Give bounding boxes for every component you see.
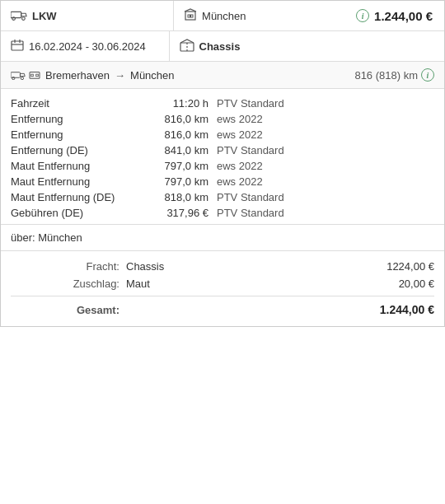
data-label-2: Entfernung: [11, 128, 143, 141]
truck-icon: [11, 9, 27, 23]
data-label-0: Fahrzeit: [11, 97, 143, 110]
route-row: Bremerhaven → München 816 (818) km i: [1, 62, 444, 89]
data-source-0: PTV Standard: [217, 97, 284, 110]
data-value-6: 818,0 km: [143, 191, 217, 203]
data-row-6: Maut Entfernung (DE) 818,0 km PTV Standa…: [11, 189, 434, 205]
data-value-2: 816,0 km: [143, 128, 217, 141]
route-right: 816 (818) km i: [354, 68, 434, 82]
vehicle-cell: LKW: [1, 2, 173, 30]
zuschlag-row: Zuschlag: Maut 20,00 €: [11, 275, 434, 292]
data-row-0: Fahrzeit 11:20 h PTV Standard: [11, 96, 434, 111]
data-label-3: Entfernung (DE): [11, 144, 143, 156]
svg-point-2: [12, 16, 16, 20]
gesamt-label: Gesamt:: [11, 304, 126, 316]
data-source-6: PTV Standard: [217, 191, 284, 203]
location-label: München: [202, 10, 246, 22]
header-row-2: 16.02.2024 - 30.06.2024 Chassis: [1, 31, 444, 62]
vehicle-type-label: LKW: [32, 10, 57, 22]
header-spacer: [337, 40, 444, 53]
svg-rect-13: [11, 72, 20, 78]
data-value-5: 797,0 km: [143, 175, 217, 188]
zuschlag-label: Zuschlag:: [11, 278, 126, 290]
data-source-4: ews 2022: [217, 160, 263, 172]
data-label-1: Entfernung: [11, 113, 143, 125]
price-info-icon[interactable]: i: [356, 9, 369, 22]
data-label-5: Maut Entfernung: [11, 175, 143, 188]
date-cell: 16.02.2024 - 30.06.2024: [1, 32, 169, 61]
price-value: 1.244,00 €: [374, 9, 433, 23]
calendar-icon: [11, 39, 24, 54]
svg-rect-5: [188, 15, 190, 17]
data-source-1: ews 2022: [217, 113, 263, 125]
totals-section: Fracht: Chassis 1224,00 € Zuschlag: Maut…: [1, 251, 444, 326]
data-label-6: Maut Entfernung (DE): [11, 191, 143, 203]
svg-rect-19: [36, 74, 39, 77]
route-left: Bremerhaven → München: [11, 69, 354, 82]
data-row-4: Maut Entfernung 797,0 km ews 2022: [11, 158, 434, 174]
gesamt-value: 1.244,00 €: [352, 303, 434, 316]
fracht-value: 1224,00 €: [352, 260, 434, 273]
data-value-1: 816,0 km: [143, 113, 217, 125]
data-value-7: 317,96 €: [143, 207, 217, 219]
route-arrow: →: [115, 69, 125, 82]
via-row: über: München: [1, 225, 444, 251]
route-from: Bremerhaven: [45, 69, 110, 82]
zuschlag-value: 20,00 €: [352, 278, 434, 290]
route-to: München: [130, 69, 174, 82]
data-row-2: Entfernung 816,0 km ews 2022: [11, 127, 434, 142]
data-row-5: Maut Entfernung 797,0 km ews 2022: [11, 174, 434, 189]
fracht-row: Fracht: Chassis 1224,00 €: [11, 258, 434, 275]
zuschlag-name: Maut: [126, 278, 352, 290]
svg-point-16: [21, 77, 23, 79]
data-section: Fahrzeit 11:20 h PTV Standard Entfernung…: [1, 89, 444, 225]
gesamt-label-text: Gesamt:: [77, 304, 119, 316]
data-source-5: ews 2022: [217, 175, 263, 188]
data-source-3: PTV Standard: [217, 144, 284, 156]
svg-rect-6: [191, 15, 194, 17]
svg-marker-1: [21, 13, 26, 16]
cargo-type-label: Chassis: [199, 40, 241, 53]
cargo-cell: Chassis: [170, 32, 338, 61]
totals-divider: [11, 296, 434, 296]
data-value-4: 797,0 km: [143, 160, 217, 172]
data-label-4: Maut Entfernung: [11, 160, 143, 172]
data-row-1: Entfernung 816,0 km ews 2022: [11, 111, 434, 127]
via-text: über: München: [11, 231, 82, 244]
building-icon: [184, 8, 197, 24]
svg-point-3: [22, 16, 26, 20]
date-range-label: 16.02.2024 - 30.06.2024: [29, 40, 146, 53]
gesamt-row: Gesamt: 1.244,00 €: [11, 300, 434, 316]
data-value-0: 11:20 h: [143, 97, 217, 110]
route-icons: [11, 70, 40, 80]
data-row-3: Entfernung (DE) 841,0 km PTV Standard: [11, 142, 434, 158]
location-cell: München: [174, 2, 346, 30]
fracht-name: Chassis: [126, 260, 352, 273]
svg-rect-0: [11, 12, 21, 17]
box-icon: [180, 39, 194, 54]
data-label-7: Gebühren (DE): [11, 207, 143, 219]
data-row-7: Gebühren (DE) 317,96 € PTV Standard: [11, 205, 434, 221]
svg-point-15: [12, 77, 15, 79]
svg-marker-14: [20, 73, 25, 76]
svg-rect-18: [31, 74, 34, 77]
data-value-3: 841,0 km: [143, 144, 217, 156]
fracht-label: Fracht:: [11, 260, 126, 273]
price-cell: i 1.244,00 €: [346, 2, 444, 30]
route-info-icon[interactable]: i: [421, 68, 434, 82]
svg-rect-7: [12, 41, 23, 50]
route-distance: 816 (818) km: [354, 69, 418, 82]
data-source-7: PTV Standard: [217, 207, 284, 219]
data-source-2: ews 2022: [217, 128, 263, 141]
